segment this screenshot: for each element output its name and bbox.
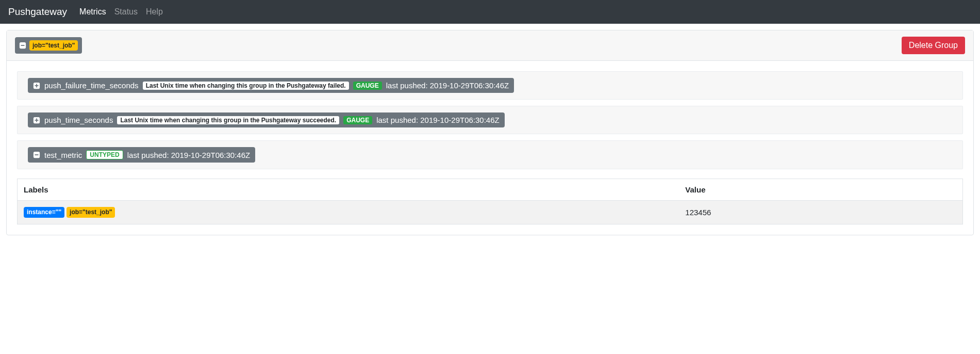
metric-row: test_metricUNTYPEDlast pushed: 2019-10-2… <box>17 140 963 169</box>
brand[interactable]: Pushgateway <box>8 6 67 18</box>
navbar: Pushgateway MetricsStatusHelp <box>0 0 980 24</box>
collapse-icon <box>33 151 40 158</box>
nav-link-metrics[interactable]: Metrics <box>75 7 110 16</box>
metric-help: Last Unix time when changing this group … <box>117 116 339 124</box>
svg-rect-7 <box>36 118 37 122</box>
metric-row: push_failure_time_secondsLast Unix time … <box>17 71 963 100</box>
value-column-header: Value <box>679 179 962 201</box>
group-card: job="test_job" Delete Group push_failure… <box>6 30 974 235</box>
nav-link-status[interactable]: Status <box>110 7 142 16</box>
metric-help: Last Unix time when changing this group … <box>143 82 349 90</box>
svg-rect-9 <box>35 154 39 155</box>
sample-label-badge: instance="" <box>24 207 64 218</box>
group-label-badge: job="test_job" <box>29 40 78 51</box>
metric-toggle[interactable]: push_failure_time_secondsLast Unix time … <box>28 78 514 93</box>
metric-name: test_metric <box>44 151 82 159</box>
value-cell: 123456 <box>679 201 962 224</box>
metric-last-pushed: last pushed: 2019-10-29T06:30:46Z <box>127 151 251 159</box>
svg-rect-1 <box>21 45 25 46</box>
labels-column-header: Labels <box>18 179 679 201</box>
metric-toggle[interactable]: push_time_secondsLast Unix time when cha… <box>28 112 505 127</box>
metric-name: push_time_seconds <box>44 116 113 124</box>
metric-samples-table: Labels Value instance=""job="test_job"12… <box>17 179 963 224</box>
group-toggle[interactable]: job="test_job" <box>15 37 82 54</box>
delete-group-button[interactable]: Delete Group <box>902 37 965 54</box>
metric-type-badge: UNTYPED <box>86 150 123 159</box>
metric-name: push_failure_time_seconds <box>44 81 139 90</box>
metric-type-badge: GAUGE <box>353 82 382 90</box>
table-row: instance=""job="test_job"123456 <box>18 201 963 224</box>
metric-last-pushed: last pushed: 2019-10-29T06:30:46Z <box>376 116 500 124</box>
metric-last-pushed: last pushed: 2019-10-29T06:30:46Z <box>386 81 509 90</box>
svg-rect-4 <box>36 84 37 87</box>
metric-toggle[interactable]: test_metricUNTYPEDlast pushed: 2019-10-2… <box>28 147 255 163</box>
expand-icon <box>33 117 40 124</box>
metric-type-badge: GAUGE <box>343 116 372 124</box>
group-card-header: job="test_job" Delete Group <box>7 30 973 61</box>
expand-icon <box>33 82 40 89</box>
sample-label-badge: job="test_job" <box>67 207 115 218</box>
labels-cell: instance=""job="test_job" <box>18 201 679 224</box>
metric-row: push_time_secondsLast Unix time when cha… <box>17 106 963 134</box>
nav-link-help[interactable]: Help <box>142 7 167 16</box>
collapse-icon <box>19 42 26 49</box>
